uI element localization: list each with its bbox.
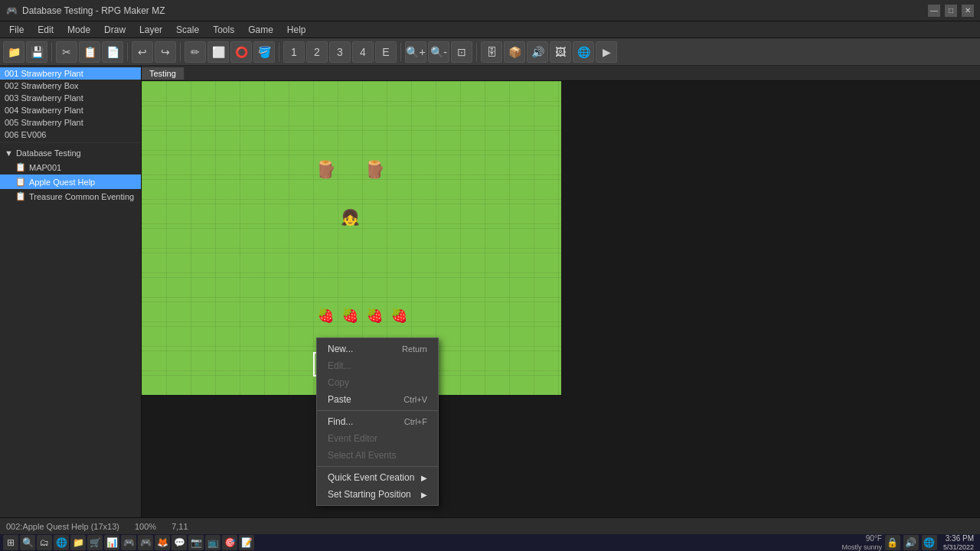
status-zoom: 100% [135, 522, 156, 531]
toolbar-layer2[interactable]: 2 [306, 41, 328, 63]
taskbar-itchio[interactable]: 🎯 [222, 535, 237, 550]
toolbar-pencil[interactable]: ✏ [185, 41, 206, 63]
taskbar-twitch[interactable]: 📺 [205, 535, 220, 550]
ctx-set-start-label: Set Starting Position [328, 489, 411, 500]
menu-layer[interactable]: Layer [133, 23, 168, 37]
ctx-quick-event[interactable]: Quick Event Creation ▶ [317, 469, 438, 486]
map-tree-icon: 📋 [15, 177, 26, 187]
taskbar-volume[interactable]: 🔊 [903, 535, 919, 550]
menu-file[interactable]: File [3, 23, 30, 37]
taskbar-store[interactable]: 🛒 [87, 535, 103, 550]
event-item-005[interactable]: 005 Strawberry Plant [0, 116, 141, 129]
toolbar-layer1[interactable]: 1 [283, 41, 305, 63]
toolbar-resources[interactable]: 📦 [504, 41, 525, 63]
toolbar-audio[interactable]: 🔊 [527, 41, 548, 63]
toolbar-zoom-in[interactable]: 🔍+ [405, 41, 426, 63]
taskbar-start[interactable]: ⊞ [3, 535, 18, 550]
maximize-button[interactable]: □ [945, 5, 957, 17]
toolbar-cut[interactable]: ✂ [56, 41, 77, 63]
ctx-sep2 [317, 466, 438, 467]
taskbar-network[interactable]: 🌐 [922, 535, 937, 550]
taskbar-time: 3:36 PM [943, 533, 974, 543]
event-item-006[interactable]: 006 EV006 [0, 129, 141, 141]
taskbar-search[interactable]: 🔍 [20, 535, 35, 550]
toolbar-redo[interactable]: ↪ [155, 41, 176, 63]
toolbar-elipse[interactable]: ⭕ [230, 41, 252, 63]
taskbar-edge[interactable]: 🌐 [54, 535, 69, 550]
taskbar-steam[interactable]: 🎮 [138, 535, 153, 550]
taskbar-obs[interactable]: 📷 [188, 535, 204, 550]
status-coords: 7,11 [172, 522, 188, 531]
toolbar-layer3[interactable]: 3 [329, 41, 351, 63]
ctx-quick-event-label: Quick Event Creation [328, 472, 414, 483]
ctx-paste[interactable]: Paste Ctrl+V [317, 391, 438, 408]
menu-draw[interactable]: Draw [98, 23, 132, 37]
menu-scale[interactable]: Scale [170, 23, 205, 37]
tab-testing[interactable]: Testing [142, 67, 185, 80]
ctx-set-start[interactable]: Set Starting Position ▶ [317, 486, 438, 503]
toolbar-net[interactable]: 🌐 [573, 41, 594, 63]
menu-tools[interactable]: Tools [207, 23, 240, 37]
taskbar-explorer[interactable]: 📁 [70, 535, 86, 550]
taskbar-word[interactable]: 📝 [239, 535, 254, 550]
toolbar-copy[interactable]: 📋 [79, 41, 100, 63]
context-menu: New... Return Edit... Copy Paste Ctrl+V … [316, 337, 439, 506]
map-canvas[interactable]: 🪵 🪵 👧 🍓 🍓 🍓 🍓 [142, 81, 561, 380]
menu-edit[interactable]: Edit [31, 23, 60, 37]
menubar: FileEditModeDrawLayerScaleToolsGameHelp [0, 21, 980, 38]
toolbar-zoom-reset[interactable]: ⊡ [451, 41, 472, 63]
app-icon: 🎮 [6, 5, 18, 16]
titlebar-left: 🎮 Database Testing - RPG Maker MZ [6, 5, 165, 16]
map-tree-icon: 📋 [15, 162, 26, 172]
toolbar-sep2 [127, 43, 128, 61]
taskbar-discord[interactable]: 💬 [172, 535, 187, 550]
event-item-003[interactable]: 003 Strawberry Plant [0, 92, 141, 104]
taskbar-clock[interactable]: 3:36 PM 5/31/2022 [940, 533, 977, 551]
close-button[interactable]: ✕ [962, 5, 974, 17]
event-sprite-chest2: 🪵 [362, 158, 387, 182]
toolbar-sep1 [51, 43, 52, 61]
ctx-select-all-label: Select All Events [328, 450, 396, 461]
ctx-sep1 [317, 410, 438, 411]
event-item-002[interactable]: 002 Strawberry Box [0, 80, 141, 92]
toolbar-layer4[interactable]: 4 [352, 41, 374, 63]
ctx-event-editor-label: Event Editor [328, 433, 377, 444]
menu-mode[interactable]: Mode [61, 23, 96, 37]
event-sprite-plant4: 🍓 [387, 303, 411, 328]
map-tree-map001[interactable]: 📋MAP001 [0, 160, 141, 174]
toolbar-img[interactable]: 🖼 [550, 41, 571, 63]
taskbar-firefox[interactable]: 🦊 [155, 535, 170, 550]
event-item-001[interactable]: 001 Strawberry Plant [0, 67, 141, 80]
menu-game[interactable]: Game [242, 23, 279, 37]
taskbar-excel[interactable]: 📊 [104, 535, 119, 550]
toolbar-events[interactable]: E [375, 41, 397, 63]
toolbar-play[interactable]: ▶ [596, 41, 617, 63]
taskbar-security[interactable]: 🔒 [885, 535, 900, 550]
toolbar-new[interactable]: 📁 [3, 41, 24, 63]
menu-help[interactable]: Help [281, 23, 312, 37]
event-sprite-player: 👧 [338, 205, 362, 230]
toolbar-fill[interactable]: 🪣 [253, 41, 275, 63]
toolbar-save[interactable]: 💾 [26, 41, 47, 63]
toolbar-rect[interactable]: ⬜ [207, 41, 229, 63]
toolbar-database[interactable]: 🗄 [481, 41, 502, 63]
ctx-select-all: Select All Events [317, 447, 438, 464]
minimize-button[interactable]: — [928, 5, 940, 17]
map-tree-applequesthelp[interactable]: 📋Apple Quest Help [0, 174, 141, 189]
event-sprite-plant3: 🍓 [362, 303, 387, 328]
ctx-new-shortcut: Return [402, 344, 427, 354]
map-tree-icon: ▼ [5, 148, 13, 158]
taskbar-rpgmaker[interactable]: 🎮 [121, 535, 136, 550]
event-item-004[interactable]: 004 Strawberry Plant [0, 104, 141, 116]
taskbar-taskview[interactable]: 🗂 [37, 535, 52, 550]
map-tree-treasurecommoneventing[interactable]: 📋Treasure Common Eventing [0, 189, 141, 204]
toolbar-undo[interactable]: ↩ [132, 41, 153, 63]
statusbar: 002:Apple Quest Help (17x13) 100% 7,11 [0, 517, 980, 534]
map-tree-icon: 📋 [15, 191, 26, 201]
ctx-new[interactable]: New... Return [317, 341, 438, 357]
ctx-find[interactable]: Find... Ctrl+F [317, 413, 438, 430]
toolbar-zoom-out[interactable]: 🔍- [428, 41, 449, 63]
map-tree-databasetesting[interactable]: ▼Database Testing [0, 146, 141, 160]
taskbar: ⊞ 🔍 🗂 🌐 📁 🛒 📊 🎮 🎮 🦊 💬 📷 📺 🎯 📝 90°F Mostl… [0, 534, 980, 551]
toolbar-paste[interactable]: 📄 [102, 41, 123, 63]
